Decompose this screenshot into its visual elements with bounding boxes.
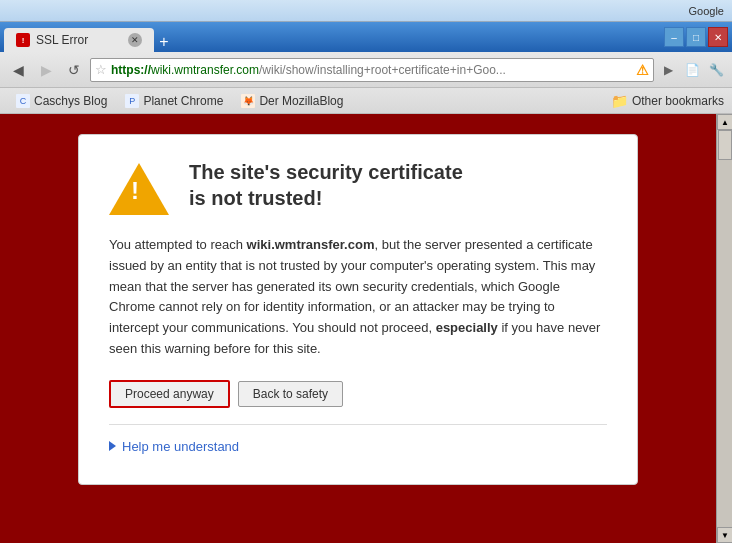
play-button[interactable]: ▶ — [658, 59, 678, 81]
body-prefix: You attempted to reach — [109, 237, 247, 252]
page-area: The site's security certificate is not t… — [0, 114, 732, 543]
help-text: Help me understand — [122, 439, 239, 454]
error-title-line1: The site's security certificate — [189, 161, 463, 183]
error-body: You attempted to reach wiki.wmtransfer.c… — [109, 235, 607, 360]
back-to-safety-button[interactable]: Back to safety — [238, 381, 343, 407]
maximize-button[interactable]: □ — [686, 27, 706, 47]
back-button[interactable]: ◀ — [6, 58, 30, 82]
title-bar: ! SSL Error ✕ + – □ ✕ — [0, 22, 732, 52]
bookmark-caschys[interactable]: C Caschys Blog — [8, 92, 115, 110]
new-tab-button[interactable]: + — [154, 32, 174, 52]
error-card: The site's security certificate is not t… — [78, 134, 638, 485]
tab-close-button[interactable]: ✕ — [128, 33, 142, 47]
star-icon: ☆ — [95, 62, 107, 77]
especially-text: especially — [436, 320, 498, 335]
minimize-button[interactable]: – — [664, 27, 684, 47]
page-content: The site's security certificate is not t… — [0, 114, 732, 543]
nav-bar: ◀ ▶ ↺ ☆ https://wiki.wmtransfer.com/wiki… — [0, 52, 732, 88]
page-icon[interactable]: 📄 — [682, 59, 702, 81]
scrollbar: ▲ ▼ — [716, 114, 732, 543]
tab-label: SSL Error — [36, 33, 88, 47]
error-title: The site's security certificate is not t… — [189, 159, 463, 211]
mozilla-label: Der MozillaBlog — [259, 94, 343, 108]
address-text: https://wiki.wmtransfer.com/wiki/show/in… — [111, 63, 632, 77]
divider — [109, 424, 607, 425]
address-path: /wiki/show/installing+root+certificate+i… — [259, 63, 506, 77]
help-arrow-icon — [109, 441, 116, 451]
address-domain: wiki.wmtransfer.com — [151, 63, 259, 77]
mozilla-favicon: 🦊 — [241, 94, 255, 108]
tab-area: ! SSL Error ✕ + — [4, 22, 664, 52]
warning-icon: ⚠ — [636, 62, 649, 78]
close-button[interactable]: ✕ — [708, 27, 728, 47]
scroll-up-button[interactable]: ▲ — [717, 114, 732, 130]
error-header: The site's security certificate is not t… — [109, 159, 607, 219]
scroll-thumb[interactable] — [718, 130, 732, 160]
google-label: Google — [689, 5, 724, 17]
error-title-line2: is not trusted! — [189, 187, 322, 209]
bookmarks-bar: C Caschys Blog P Planet Chrome 🦊 Der Moz… — [0, 88, 732, 114]
bookmark-mozilla[interactable]: 🦊 Der MozillaBlog — [233, 92, 351, 110]
caschys-label: Caschys Blog — [34, 94, 107, 108]
help-link[interactable]: Help me understand — [109, 433, 607, 460]
google-bar: Google — [0, 0, 732, 22]
caschys-favicon: C — [16, 94, 30, 108]
bookmark-planet-chrome[interactable]: P Planet Chrome — [117, 92, 231, 110]
error-domain: wiki.wmtransfer.com — [247, 237, 375, 252]
active-tab[interactable]: ! SSL Error ✕ — [4, 28, 154, 52]
other-bookmarks-label: Other bookmarks — [632, 94, 724, 108]
forward-button[interactable]: ▶ — [34, 58, 58, 82]
refresh-button[interactable]: ↺ — [62, 58, 86, 82]
warning-icon-container — [109, 159, 169, 219]
other-bookmarks[interactable]: 📁 Other bookmarks — [611, 93, 724, 109]
window-controls: – □ ✕ — [664, 27, 728, 47]
planet-favicon: P — [125, 94, 139, 108]
tools-icon[interactable]: 🔧 — [706, 59, 726, 81]
tab-favicon: ! — [16, 33, 30, 47]
address-https: https:// — [111, 63, 151, 77]
folder-icon: 📁 — [611, 93, 628, 109]
address-bar[interactable]: ☆ https://wiki.wmtransfer.com/wiki/show/… — [90, 58, 654, 82]
proceed-anyway-button[interactable]: Proceed anyway — [109, 380, 230, 408]
warning-triangle-icon — [109, 163, 169, 215]
scroll-down-button[interactable]: ▼ — [717, 527, 732, 543]
button-row: Proceed anyway Back to safety — [109, 380, 607, 408]
planet-label: Planet Chrome — [143, 94, 223, 108]
scroll-track[interactable] — [717, 130, 732, 527]
